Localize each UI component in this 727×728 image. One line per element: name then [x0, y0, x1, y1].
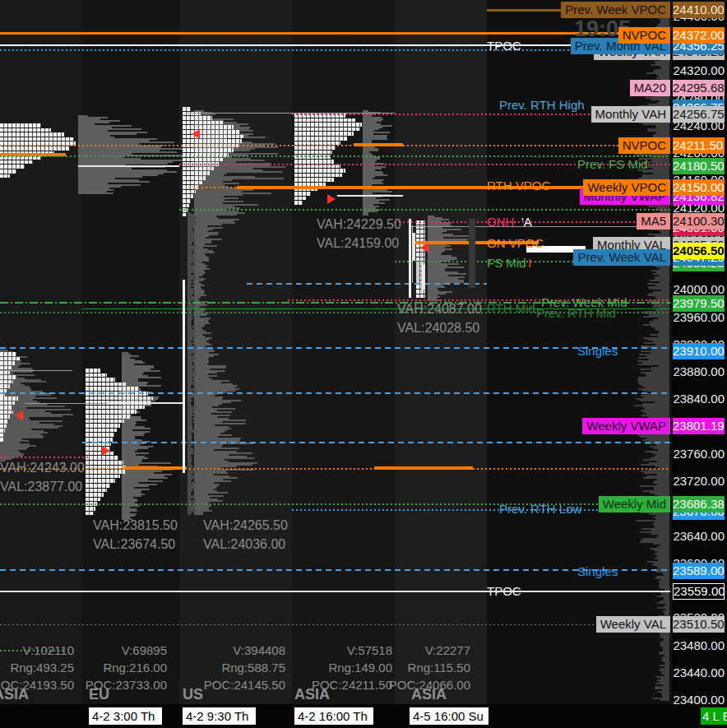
eu-tpo: [86, 493, 104, 497]
session-open-time: 4-2 16:00 Th: [294, 707, 373, 725]
eu-tpo: [86, 406, 145, 410]
session-name: ASIA: [0, 686, 29, 703]
asia2-tpo: [294, 137, 347, 141]
level-line: [337, 195, 403, 197]
level-line: [78, 165, 179, 167]
asia1-lower-tpo: [0, 380, 13, 384]
level-line: [354, 143, 403, 146]
trading-chart-window: 19:05TPOCPrev. RTH HighPrev. FS MidRTH V…: [0, 0, 727, 728]
level-line: [374, 466, 473, 470]
level-text-label: TPOC: [487, 584, 521, 598]
us-tpo: [183, 199, 191, 203]
level-line: [0, 155, 670, 157]
us-tpo: [183, 158, 224, 162]
chart-area[interactable]: 19:05TPOCPrev. RTH HighPrev. FS MidRTH V…: [0, 0, 671, 704]
level-line: [123, 466, 187, 470]
asia2-tpo: [294, 192, 311, 196]
session-stat: V:69895: [35, 643, 167, 657]
eu-tpo: [86, 470, 125, 474]
eu-tpo: [86, 433, 114, 437]
session-open-time: 4-2 3:00 Th: [89, 707, 162, 725]
eu-tpo: [86, 507, 95, 511]
asia1-tpo: [0, 128, 51, 132]
level-text-label: TPOC: [487, 39, 521, 53]
eu-tpo: [86, 420, 124, 424]
asia1-lower-tpo2: [0, 420, 8, 424]
asia1-tpo: [0, 169, 16, 174]
asia3-open-line: [409, 219, 411, 298]
session-column: [395, 0, 488, 704]
level-text-label: 19:05: [574, 18, 631, 40]
asia2-tpo: [294, 174, 342, 178]
candle-body: [412, 233, 415, 261]
composite-volume-profile: [660, 699, 669, 701]
level-text-label: ON VPOC: [487, 236, 544, 250]
session-column: [82, 0, 180, 704]
eu-tpo: [86, 479, 115, 483]
eu-tpo: [86, 415, 130, 419]
alert-triangle-icon: [192, 129, 200, 139]
asia1-lower-tpo2: [0, 434, 4, 438]
level-line: [292, 114, 670, 115]
eu-tpo: [86, 378, 115, 382]
price-axis[interactable]: [671, 0, 727, 704]
level-line: [0, 468, 670, 470]
asia3-tpo: [416, 234, 425, 239]
asia1-lower-tpo: [0, 357, 20, 361]
level-text-label: Prev. FS Mid: [577, 157, 648, 171]
level-line: [189, 187, 237, 188]
session-open-time: 4-5 16:00 Su: [410, 707, 489, 725]
asia1-volume: [78, 192, 113, 194]
eu-tpo: [86, 456, 118, 460]
level-line: [0, 370, 72, 371]
asia1-tpo: [0, 137, 74, 141]
us-tpo: [183, 107, 191, 111]
session-stat: Rng:115.50: [339, 661, 470, 675]
asia2-tpo: [294, 151, 332, 155]
level-line: [107, 402, 183, 404]
level-line: [25, 403, 107, 404]
asia1-lower-tpo2: [0, 429, 5, 433]
level-line: [410, 226, 670, 227]
level-line: [0, 457, 90, 458]
level-text-label: 'A: [521, 215, 532, 229]
session-name: ASIA: [294, 686, 330, 703]
level-text-label: I: [528, 256, 531, 270]
asia2-tpo: [294, 118, 355, 123]
asia1-tpo: [0, 132, 64, 137]
asia1-lower-tpo2: [0, 406, 12, 410]
us-tpo: [183, 167, 214, 171]
us-volume: [194, 513, 203, 515]
asia3-dark-column: [469, 219, 475, 288]
eu-tpo: [86, 396, 153, 401]
time-axis[interactable]: 4-2 3:00 Th4-2 9:30 Th4-2 16:00 Th4-5 16…: [0, 704, 727, 728]
asia2-tpo: [294, 178, 334, 182]
asia1-lower-tpo2: [0, 424, 7, 429]
eu-tpo: [86, 498, 100, 502]
value-area-annotation: VAH:24265.50VAL:24036.00: [203, 517, 288, 553]
us-tpo: [183, 121, 224, 125]
asia1-tpo: [0, 165, 25, 169]
value-area-annotation: VAH:23815.50VAL:23674.50: [93, 517, 178, 553]
asia2-tpo: [294, 123, 362, 127]
asia2-tpo: [294, 201, 303, 205]
value-area-annotation: VAH:24229.50VAL:24159.00: [317, 216, 401, 252]
level-line: [0, 49, 670, 51]
level-line: [395, 261, 670, 262]
level-text-label: Prev. RTH High: [499, 98, 585, 112]
level-line: [237, 186, 670, 189]
asia1-tpo: [0, 160, 33, 165]
level-line: [0, 347, 670, 349]
eu-tpo: [86, 438, 113, 442]
candle-body: [422, 265, 425, 290]
us-tpo: [183, 181, 202, 185]
level-line: [487, 9, 670, 12]
level-text-label: RTH Mid: [487, 301, 535, 315]
session-stat: POC:24066.00: [339, 678, 470, 692]
session-name: ASIA: [411, 686, 447, 703]
asia2-tpo: [294, 169, 345, 173]
session-column: [292, 0, 396, 704]
asia2-tpo: [294, 197, 306, 201]
eu-tpo: [86, 410, 137, 414]
level-text-label: FS Mid: [487, 256, 526, 270]
